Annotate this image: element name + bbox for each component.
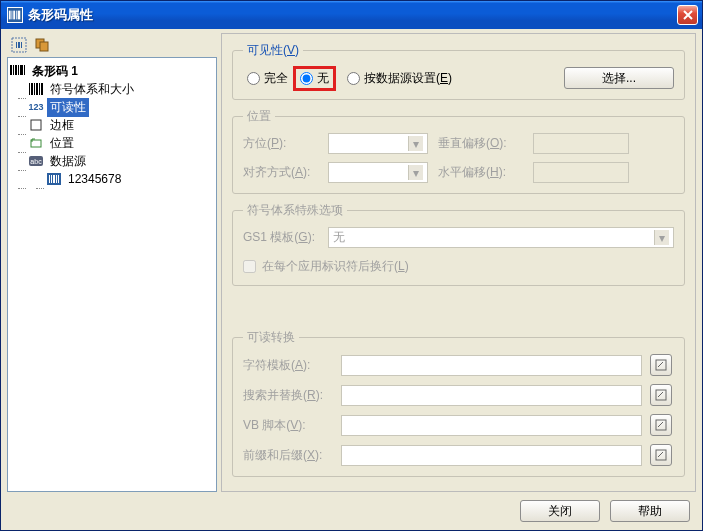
gs1-template-combo[interactable]: 无▾ <box>328 227 674 248</box>
svg-rect-22 <box>41 83 43 95</box>
radio-none[interactable]: 无 <box>296 69 333 88</box>
titlebar: 条形码属性 <box>1 1 702 29</box>
radio-full[interactable]: 完全 <box>243 69 292 88</box>
svg-rect-29 <box>51 175 52 183</box>
svg-rect-3 <box>16 11 17 20</box>
select-barcode-icon[interactable] <box>9 35 29 55</box>
search-replace-input[interactable] <box>341 385 642 406</box>
svg-rect-13 <box>15 65 17 75</box>
svg-rect-15 <box>20 65 23 75</box>
char-template-edit-button[interactable] <box>650 354 672 376</box>
group-symbol-opts: 符号体系特殊选项 GS1 模板(G): 无▾ 在每个应用标识符后换行(L) <box>232 202 685 286</box>
position-icon <box>28 136 44 150</box>
prefix-suffix-edit-button[interactable] <box>650 444 672 466</box>
close-button[interactable]: 关闭 <box>520 500 600 522</box>
tree-item-label: 12345678 <box>65 171 124 187</box>
svg-rect-14 <box>18 65 19 75</box>
tree-item-datasource[interactable]: abc 数据源 <box>10 152 214 170</box>
search-replace-label: 搜索并替换(R): <box>243 387 333 404</box>
svg-rect-2 <box>13 11 15 20</box>
group-transforms-legend: 可读转换 <box>243 329 299 346</box>
radio-full-label: 完全 <box>264 70 288 87</box>
group-position: 位置 方位(P): ▾ 垂直偏移(O): 对齐方式(A): ▾ 水平偏移(H): <box>232 108 685 194</box>
tree-item-symbology[interactable]: 符号体系和大小 <box>10 80 214 98</box>
tree-item-label: 位置 <box>47 134 77 153</box>
svg-rect-30 <box>53 175 55 183</box>
edit-icon <box>655 419 667 431</box>
select-button[interactable]: 选择... <box>564 67 674 89</box>
wrap-checkbox[interactable] <box>243 260 256 273</box>
close-icon <box>683 10 693 20</box>
char-template-input[interactable] <box>341 355 642 376</box>
hoffset-label: 水平偏移(H): <box>438 164 523 181</box>
barcode-root-icon <box>10 64 26 78</box>
svg-rect-18 <box>31 83 33 95</box>
svg-rect-31 <box>56 175 57 183</box>
svg-rect-11 <box>10 65 12 75</box>
radio-by-source-label: 按数据源设置(E) <box>364 70 452 87</box>
copy-icon[interactable] <box>32 35 52 55</box>
svg-text:abc: abc <box>30 158 42 165</box>
prefix-suffix-input[interactable] <box>341 445 642 466</box>
svg-rect-28 <box>49 175 50 183</box>
svg-rect-19 <box>34 83 35 95</box>
tree-item-label: 可读性 <box>47 98 89 117</box>
svg-rect-16 <box>24 65 25 75</box>
help-button[interactable]: 帮助 <box>610 500 690 522</box>
char-template-label: 字符模板(A): <box>243 357 333 374</box>
svg-rect-21 <box>39 83 40 95</box>
radio-none-label: 无 <box>317 70 329 87</box>
svg-rect-8 <box>21 42 22 48</box>
radio-full-input[interactable] <box>247 72 260 85</box>
edit-icon <box>655 449 667 461</box>
tree-item-border[interactable]: 边框 <box>10 116 214 134</box>
group-visibility-legend: 可见性(V) <box>243 42 303 59</box>
number-123-icon: 123 <box>28 100 44 114</box>
square-icon <box>28 118 44 132</box>
datasource-icon: abc <box>28 154 44 168</box>
group-transforms: 可读转换 字符模板(A): 搜索并替换(R): VB 脚本(V): <box>232 329 685 477</box>
align-combo[interactable]: ▾ <box>328 162 428 183</box>
vbscript-input[interactable] <box>341 415 642 436</box>
svg-rect-23 <box>31 120 41 130</box>
chevron-down-icon: ▾ <box>408 136 423 151</box>
tree-item-data-12345678[interactable]: 12345678 <box>10 170 214 188</box>
tree-pane[interactable]: 条形码 1 符号体系和大小 123 可读性 <box>7 57 217 492</box>
edit-icon <box>655 389 667 401</box>
tree-item-label: 符号体系和大小 <box>47 80 137 99</box>
radio-by-source[interactable]: 按数据源设置(E) <box>343 69 456 88</box>
chevron-down-icon: ▾ <box>654 230 669 245</box>
voffset-input[interactable] <box>533 133 629 154</box>
edit-icon <box>655 359 667 371</box>
data-item-icon <box>46 172 62 186</box>
gs1-label: GS1 模板(G): <box>243 229 318 246</box>
close-window-button[interactable] <box>677 5 698 25</box>
prefix-suffix-label: 前缀和后缀(X): <box>243 447 333 464</box>
tree-item-position[interactable]: 位置 <box>10 134 214 152</box>
radio-by-source-input[interactable] <box>347 72 360 85</box>
vbscript-edit-button[interactable] <box>650 414 672 436</box>
tree-item-readability[interactable]: 123 可读性 <box>10 98 214 116</box>
svg-rect-1 <box>12 11 13 20</box>
tree-root[interactable]: 条形码 1 <box>10 62 214 80</box>
hoffset-input[interactable] <box>533 162 629 183</box>
svg-rect-32 <box>58 175 59 183</box>
orientation-combo[interactable]: ▾ <box>328 133 428 154</box>
group-visibility: 可见性(V) 完全 无 按数据源设置(E) 选择... <box>232 42 685 100</box>
svg-rect-10 <box>40 42 48 51</box>
radio-none-input[interactable] <box>300 72 313 85</box>
tree: 条形码 1 符号体系和大小 123 可读性 <box>8 58 216 192</box>
svg-rect-35 <box>656 420 666 430</box>
gs1-template-value: 无 <box>333 229 345 246</box>
svg-rect-0 <box>9 11 11 20</box>
svg-rect-20 <box>36 83 38 95</box>
right-panel: 可见性(V) 完全 无 按数据源设置(E) 选择... <box>221 33 696 492</box>
svg-rect-33 <box>656 360 666 370</box>
client-area: 条形码 1 符号体系和大小 123 可读性 <box>1 29 702 530</box>
search-replace-edit-button[interactable] <box>650 384 672 406</box>
align-label: 对齐方式(A): <box>243 164 318 181</box>
app-icon <box>7 7 23 23</box>
group-position-legend: 位置 <box>243 108 275 125</box>
svg-rect-6 <box>16 42 17 48</box>
svg-rect-7 <box>18 42 20 48</box>
